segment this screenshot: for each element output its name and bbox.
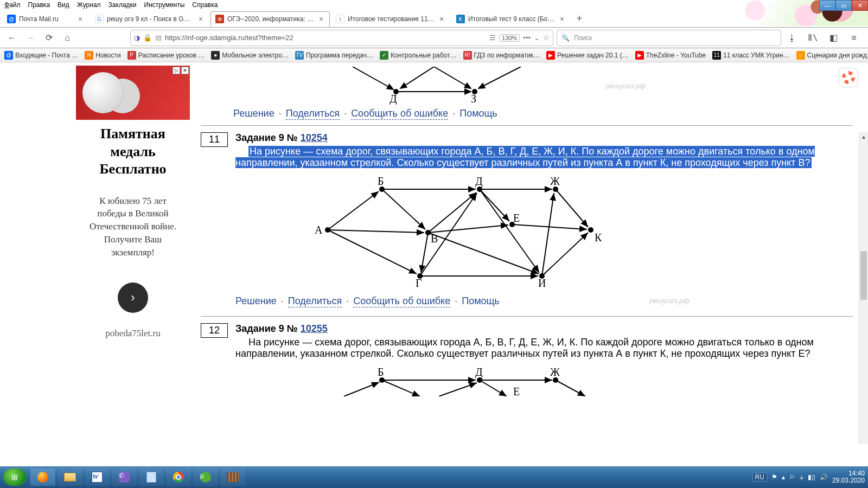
tab-google[interactable]: G решу огэ 9 кл - Поиск в Google × bbox=[90, 11, 209, 27]
close-icon[interactable]: × bbox=[438, 15, 445, 23]
bookmark-item[interactable]: 1111 класс УМК Угрин… bbox=[712, 51, 789, 60]
arrow-right-icon[interactable]: › bbox=[118, 282, 148, 313]
menu-tools[interactable]: Инструменты bbox=[144, 1, 185, 9]
menu-bookmarks[interactable]: Закладки bbox=[108, 1, 137, 9]
svg-text:Е: Е bbox=[513, 386, 520, 396]
action-center-icon[interactable]: ⚐ bbox=[789, 473, 795, 481]
bookmark-item[interactable]: ☼Сценарии дня рожд… bbox=[796, 51, 868, 60]
svg-text:К: К bbox=[595, 232, 602, 243]
menu-journal[interactable]: Журнал bbox=[77, 1, 101, 9]
tab-test11[interactable]: i Итоговое тестирование 11 класс Босова … bbox=[331, 11, 450, 27]
task-links: Решение· Поделиться· Сообщить об ошибке·… bbox=[235, 296, 853, 307]
menu-help[interactable]: Справка bbox=[192, 1, 218, 9]
bookmark-item[interactable]: TVПрограмма передач… bbox=[295, 51, 373, 60]
menu-icon[interactable]: ≡ bbox=[846, 30, 861, 46]
new-tab-button[interactable]: + bbox=[572, 13, 587, 24]
chevron-up-icon[interactable]: ▴ bbox=[859, 132, 868, 141]
main-column: Д З решуогэ.рф Решение· Поделиться· Сооб… bbox=[190, 62, 868, 466]
close-window-button[interactable]: ✕ bbox=[852, 0, 868, 11]
taskbar: ⊞ W ✆ µ RU ⚑ ▴ ⚐ ⏚ ▮▯ 🔊 14:4029.03.2020 bbox=[0, 466, 868, 488]
ad-info-icon[interactable]: ▷ bbox=[173, 67, 180, 74]
address-bar[interactable]: ◑ 🔒 ▤ https://inf-oge.sdamgia.ru/test?th… bbox=[130, 30, 553, 46]
bookmark-item[interactable]: ▶Решение задач 20.1 (… bbox=[546, 51, 629, 60]
menu-edit[interactable]: Правка bbox=[28, 1, 50, 9]
back-button[interactable]: ← bbox=[4, 30, 20, 46]
bookmark-item[interactable]: R!ГДЗ по информатик… bbox=[463, 51, 540, 60]
bookmark-icon: @ bbox=[4, 51, 13, 60]
svg-line-24 bbox=[428, 225, 508, 233]
tab-test9[interactable]: K Итоговый тест 9 класс (Босова Л.Л.) × bbox=[451, 11, 571, 27]
close-icon[interactable]: × bbox=[76, 15, 84, 23]
start-button[interactable]: ⊞ bbox=[3, 468, 26, 486]
bookmark-item[interactable]: @Входящие - Почта … bbox=[4, 51, 78, 60]
menu-view[interactable]: Вид bbox=[58, 1, 69, 9]
svg-line-53 bbox=[480, 380, 507, 396]
taskbar-chrome[interactable] bbox=[166, 468, 191, 486]
vertical-scrollbar[interactable]: ▴ bbox=[859, 132, 868, 444]
bookmark-item[interactable]: ●Мобильное электро… bbox=[211, 51, 289, 60]
save-pocket-icon[interactable]: ⌄ bbox=[534, 34, 540, 42]
taskbar-calc[interactable] bbox=[139, 468, 164, 486]
search-box[interactable]: 🔍 Поиск bbox=[557, 30, 781, 46]
bookmark-item[interactable]: РРасписание уроков … bbox=[127, 51, 205, 60]
tab-mail[interactable]: @ Почта Mail.ru × bbox=[2, 11, 89, 27]
taskbar-word[interactable]: W bbox=[85, 468, 110, 486]
forward-button[interactable]: → bbox=[23, 30, 38, 46]
link-report[interactable]: Сообщить об ошибке bbox=[351, 108, 448, 120]
bookmark-item[interactable]: ✓Контрольные работ… bbox=[380, 51, 457, 60]
taskbar-firefox[interactable] bbox=[30, 468, 55, 486]
taskbar-utorrent[interactable]: µ bbox=[193, 468, 218, 486]
link-share[interactable]: Поделиться bbox=[286, 108, 340, 120]
link-solution[interactable]: Решение bbox=[235, 296, 277, 307]
link-help[interactable]: Помощь bbox=[459, 108, 497, 120]
link-solution[interactable]: Решение bbox=[233, 108, 275, 120]
language-indicator[interactable]: RU bbox=[752, 473, 767, 481]
flag-icon[interactable]: ⚑ bbox=[771, 473, 777, 481]
bookmark-item[interactable]: NНовости bbox=[85, 51, 120, 60]
bookmark-icon: N bbox=[85, 51, 93, 60]
search-placeholder: Поиск bbox=[574, 34, 592, 42]
close-icon[interactable]: × bbox=[558, 15, 566, 23]
network-icon[interactable]: ⏚ bbox=[800, 473, 803, 481]
reader-mode-icon[interactable]: ☰ bbox=[489, 34, 496, 42]
bookmark-icon: 11 bbox=[712, 51, 721, 60]
taskbar-viber[interactable]: ✆ bbox=[112, 468, 137, 486]
close-icon[interactable]: × bbox=[197, 15, 205, 23]
taskbar-winrar[interactable] bbox=[220, 468, 245, 486]
svg-line-20 bbox=[328, 230, 417, 274]
task-id-link[interactable]: 10255 bbox=[301, 323, 328, 334]
downloads-icon[interactable]: ⭳ bbox=[784, 30, 800, 46]
tab-oge[interactable]: ✲ ОГЭ−2020, информатика: задания, ответы… bbox=[210, 11, 330, 27]
svg-line-1 bbox=[400, 67, 434, 88]
task-id-link[interactable]: 10254 bbox=[301, 132, 328, 143]
menu-file[interactable]: Файл bbox=[4, 1, 21, 9]
sidebar-icon[interactable]: ◧ bbox=[826, 30, 841, 46]
mail-icon: @ bbox=[7, 15, 16, 23]
ad-close-icon[interactable]: ✕ bbox=[181, 67, 189, 74]
sidebar-ad[interactable]: ▷✕ ПамятнаямедальБесплатно К юбилею 75 л… bbox=[76, 66, 190, 466]
svg-line-35 bbox=[542, 193, 554, 276]
tray-chevron-icon[interactable]: ▴ bbox=[782, 473, 785, 481]
bookmark-item[interactable]: ▶TheZxline - YouTube bbox=[635, 51, 706, 60]
task-header: Задание 9 № 10255 bbox=[235, 323, 328, 334]
task-text: На рисунке — схема дорог, связывающих го… bbox=[235, 337, 853, 359]
link-report[interactable]: Сообщить об ошибке bbox=[353, 296, 450, 307]
more-icon[interactable]: ••• bbox=[523, 34, 531, 42]
home-button[interactable]: ⌂ bbox=[60, 30, 75, 46]
reload-button[interactable]: ⟳ bbox=[41, 30, 56, 46]
clock[interactable]: 14:4029.03.2020 bbox=[832, 470, 865, 484]
zoom-badge[interactable]: 130% bbox=[499, 34, 520, 42]
minimize-button[interactable]: — bbox=[819, 0, 835, 11]
ad-url: pobeda75let.ru bbox=[105, 328, 161, 339]
signal-icon[interactable]: ▮▯ bbox=[808, 473, 815, 481]
link-help[interactable]: Помощь bbox=[462, 296, 500, 307]
star-icon[interactable]: ☆ bbox=[543, 34, 550, 42]
link-share[interactable]: Поделиться bbox=[288, 296, 342, 307]
scroll-thumb[interactable] bbox=[860, 251, 867, 300]
maximize-button[interactable]: ▭ bbox=[835, 0, 852, 11]
volume-icon[interactable]: 🔊 bbox=[820, 473, 828, 481]
close-icon[interactable]: × bbox=[317, 15, 325, 23]
bookmark-icon: ▶ bbox=[635, 51, 644, 60]
library-icon[interactable]: ǁ\ bbox=[805, 30, 820, 46]
taskbar-explorer[interactable] bbox=[58, 468, 82, 486]
